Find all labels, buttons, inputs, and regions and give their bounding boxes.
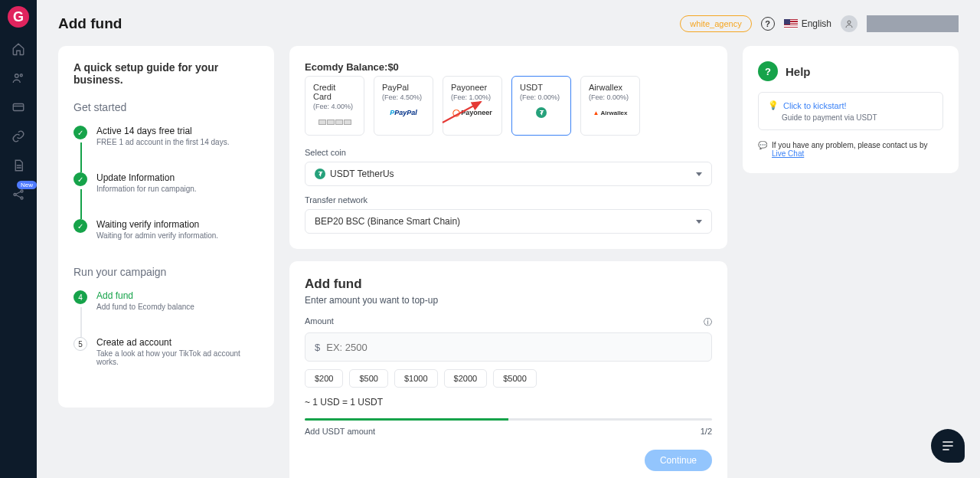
quick-amounts: $200 $500 $1000 $2000 $5000 [305, 369, 712, 388]
info-icon[interactable]: ⓘ [704, 316, 712, 328]
chevron-down-icon [696, 220, 702, 224]
help-link-sub: Guide to payment via USDT [782, 113, 933, 122]
step-create-account[interactable]: 5 Create ad account Take a look at how y… [74, 337, 259, 366]
help-title: Help [786, 65, 811, 78]
avatar[interactable] [841, 15, 858, 32]
setup-title: A quick setup guide for your business. [74, 61, 259, 86]
help-footer: 💬 If you have any problem, please contac… [758, 141, 943, 158]
airwallex-icon: Airwallex [589, 106, 632, 120]
add-fund-subtitle: Enter amount you want to top-up [305, 295, 712, 306]
check-icon: ✓ [74, 126, 87, 139]
balance-label: Ecomdy Balance:$0 [305, 61, 712, 73]
chat-bubble-button[interactable] [931, 429, 965, 463]
flag-icon [784, 19, 798, 28]
help-icon[interactable]: ? [761, 17, 775, 31]
nav-home-icon[interactable] [11, 41, 26, 57]
nav-link-icon[interactable] [11, 129, 26, 144]
section-get-started: Get started [74, 101, 259, 113]
chevron-down-icon [696, 172, 702, 176]
svg-rect-2 [13, 104, 24, 111]
credit-card-icon [313, 115, 356, 129]
usdt-icon: ₮ [520, 106, 563, 120]
check-icon: ✓ [74, 219, 87, 233]
coin-select[interactable]: ₮USDT TetherUs [305, 162, 712, 186]
language-label: English [802, 18, 831, 29]
help-card: ? Help 💡 Click to kickstart! Guide to pa… [743, 46, 959, 173]
svg-point-6 [848, 21, 851, 24]
amount-input-wrap[interactable]: $ [305, 332, 712, 362]
pay-credit-card[interactable]: Credit Card (Fee: 4.00%) [305, 76, 364, 136]
page-title: Add fund [58, 15, 122, 32]
lightbulb-icon: 💡 [768, 100, 779, 110]
svg-point-1 [20, 74, 22, 77]
add-fund-title: Add fund [305, 277, 712, 292]
help-link: Click to kickstart! [783, 101, 847, 110]
live-chat-link[interactable]: Live Chat [772, 149, 804, 158]
svg-point-3 [14, 194, 16, 196]
exchange-rate: ~ 1 USD = 1 USDT [305, 397, 712, 408]
step-add-fund[interactable]: 4 Add fund Add fund to Ecomdy balance [74, 290, 259, 311]
progress-label: Add USDT amount [305, 427, 375, 436]
amount-input[interactable] [326, 342, 702, 353]
quick-amount-500[interactable]: $500 [349, 369, 387, 388]
step-update-info: ✓ Update Information Information for run… [74, 172, 259, 193]
step-number: 5 [74, 337, 87, 351]
agency-pill[interactable]: white_agency [680, 15, 751, 32]
new-badge: New [17, 181, 37, 189]
app-logo[interactable]: G [8, 6, 29, 28]
search-input[interactable] [867, 15, 959, 32]
step-number: 4 [74, 290, 87, 304]
network-select[interactable]: BEP20 BSC (Binance Smart Chain) [305, 209, 712, 234]
section-run-campaign: Run your campaign [74, 266, 259, 278]
quick-amount-5000[interactable]: $5000 [493, 369, 537, 388]
add-fund-card: Add fund Enter amount you want to top-up… [289, 261, 727, 478]
nav-users-icon[interactable] [11, 70, 26, 86]
language-selector[interactable]: English [784, 18, 831, 29]
quick-amount-200[interactable]: $200 [305, 369, 343, 388]
payment-methods: Credit Card (Fee: 4.00%) PayPal (Fee: 4.… [305, 76, 712, 136]
pay-paypal[interactable]: PayPal (Fee: 4.50%) P PayPal [374, 76, 433, 136]
paypal-icon: P PayPal [382, 106, 425, 120]
svg-point-0 [15, 74, 19, 78]
pay-payoneer[interactable]: Payoneer (Fee: 1.00%) Payoneer [443, 76, 502, 136]
step-verify: ✓ Waiting verify information Waiting for… [74, 219, 259, 240]
quick-amount-2000[interactable]: $2000 [444, 369, 488, 388]
amount-label: Amount [305, 316, 334, 328]
help-kickstart-box[interactable]: 💡 Click to kickstart! Guide to payment v… [758, 92, 943, 130]
currency-symbol: $ [315, 342, 320, 353]
network-label: Transfer network [305, 195, 712, 205]
payment-card: Ecomdy Balance:$0 Credit Card (Fee: 4.00… [289, 46, 727, 249]
nav-file-icon[interactable] [11, 158, 26, 173]
pay-airwallex[interactable]: Airwallex (Fee: 0.00%) Airwallex [580, 76, 640, 136]
nav-share-icon[interactable]: New [11, 187, 26, 202]
svg-point-5 [21, 197, 23, 199]
svg-point-4 [21, 190, 23, 192]
progress-bar [305, 418, 712, 421]
continue-button[interactable]: Continue [645, 450, 712, 471]
step-trial: ✓ Active 14 days free trial FREE 1 ad ac… [74, 126, 259, 146]
nav-card-icon[interactable] [11, 100, 26, 115]
payoneer-icon: Payoneer [451, 106, 494, 120]
check-icon: ✓ [74, 172, 87, 186]
coin-label: Select coin [305, 148, 712, 157]
sidebar: G New [0, 0, 37, 478]
chat-icon: 💬 [758, 141, 767, 149]
progress-count: 1/2 [701, 427, 712, 436]
pay-usdt[interactable]: USDT (Fee: 0.00%) ₮ [511, 76, 571, 136]
usdt-icon: ₮ [315, 169, 325, 179]
help-badge-icon: ? [758, 61, 778, 81]
topbar: Add fund white_agency ? English [58, 15, 959, 32]
quick-amount-1000[interactable]: $1000 [394, 369, 438, 388]
setup-guide-card: A quick setup guide for your business. G… [58, 46, 274, 408]
